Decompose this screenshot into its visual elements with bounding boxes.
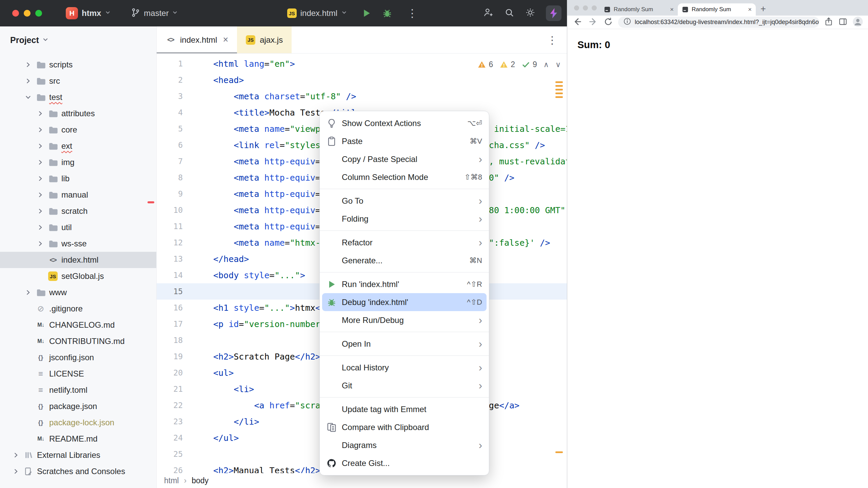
ok-badge[interactable]: 9 [521, 60, 537, 69]
site-info-icon[interactable] [623, 17, 631, 27]
debug-button[interactable] [382, 8, 393, 19]
tree-item-changelog-md[interactable]: M↓CHANGELOG.md [0, 317, 156, 333]
run-configuration-selector[interactable]: JS index.html [287, 8, 347, 18]
weak-warnings-badge[interactable]: 2 [499, 60, 515, 69]
tree-item-www[interactable]: www [0, 284, 156, 301]
chevron-right-icon[interactable] [10, 468, 22, 475]
close-icon[interactable]: × [748, 6, 752, 13]
chevron-right-icon[interactable] [10, 451, 22, 459]
menu-item-git[interactable]: Git› [320, 377, 489, 394]
scrollbar-warning-mark[interactable] [555, 96, 563, 98]
tree-item-core[interactable]: core [0, 122, 156, 138]
chevron-right-icon[interactable] [34, 175, 46, 182]
side-panel-icon[interactable] [838, 17, 848, 28]
tab-ajax-js[interactable]: JS ajax.js [237, 26, 292, 53]
tab-options-kebab-icon[interactable]: ⋮ [547, 35, 557, 45]
menu-item-create-gist[interactable]: Create Gist... [320, 454, 489, 472]
menu-item-refactor[interactable]: Refactor› [320, 233, 489, 251]
zoom-window-button[interactable] [35, 10, 42, 17]
tree-item-scratch[interactable]: scratch [0, 203, 156, 219]
inspections-widget[interactable]: 6 2 9 ∧ ∨ [477, 60, 561, 69]
settings-gear-icon[interactable] [525, 7, 536, 19]
vcs-branch-widget[interactable]: master [131, 7, 178, 19]
menu-item-run-index-html[interactable]: Run 'index.html'^⇧R [320, 275, 489, 293]
tree-item-util[interactable]: util [0, 219, 156, 236]
scrollbar-warning-mark[interactable] [555, 93, 563, 94]
menu-item-local-history[interactable]: Local History› [320, 359, 489, 377]
chevron-right-icon[interactable] [34, 110, 46, 117]
chevron-right-icon[interactable] [34, 191, 46, 199]
chevron-right-icon[interactable] [22, 289, 34, 296]
tree-item-contributing-md[interactable]: M↓CONTRIBUTING.md [0, 333, 156, 349]
tree-item-jsconfig-json[interactable]: {}jsconfig.json [0, 349, 156, 366]
tree-item-scripts[interactable]: scripts [0, 57, 156, 73]
address-bar[interactable]: localhost:63342/debug-livestream/index.h… [618, 17, 819, 28]
reload-icon[interactable] [603, 17, 613, 28]
chevron-right-icon[interactable] [34, 207, 46, 215]
menu-item-diagrams[interactable]: Diagrams› [320, 436, 489, 454]
tree-item-attributes[interactable]: attributes [0, 105, 156, 122]
tree-item-lib[interactable]: lib [0, 170, 156, 187]
tree-item-ws-sse[interactable]: ws-sse [0, 236, 156, 252]
back-icon[interactable] [572, 16, 583, 28]
menu-item-go-to[interactable]: Go To› [320, 192, 489, 210]
tree-item-manual[interactable]: manual [0, 187, 156, 203]
tree-item-setglobal-js[interactable]: JSsetGlobal.js [0, 268, 156, 284]
forward-icon[interactable] [588, 16, 598, 28]
scrollbar-warning-mark[interactable] [555, 81, 563, 83]
next-problem-arrow-icon[interactable]: ∨ [555, 60, 561, 69]
menu-item-folding[interactable]: Folding› [320, 210, 489, 228]
menu-item-compare-with-clipboard[interactable]: Compare with Clipboard [320, 418, 489, 436]
chevron-right-icon[interactable] [34, 240, 46, 247]
menu-item-copy-paste-special[interactable]: Copy / Paste Special› [320, 150, 489, 168]
scrollbar-warning-mark[interactable] [555, 89, 563, 90]
minimize-window-button[interactable] [24, 10, 31, 17]
chevron-right-icon[interactable] [34, 142, 46, 150]
close-window-button[interactable] [574, 5, 579, 11]
zoom-window-button[interactable] [592, 5, 597, 11]
tree-item-external-libraries[interactable]: External Libraries [0, 447, 156, 463]
menu-item-open-in[interactable]: Open In› [320, 335, 489, 353]
menu-item-paste[interactable]: Paste⌘V [320, 132, 489, 150]
more-run-options-kebab-icon[interactable]: ⋮ [407, 8, 418, 19]
tree-item-package-lock-json[interactable]: {}package-lock.json [0, 414, 156, 431]
close-icon[interactable]: × [670, 6, 674, 13]
project-panel-header[interactable]: Project [10, 33, 49, 47]
chevron-right-icon[interactable] [34, 224, 46, 231]
previous-problem-arrow-icon[interactable]: ∧ [544, 60, 549, 69]
menu-item-generate[interactable]: Generate...⌘N [320, 251, 489, 269]
code-line-2[interactable]: 2<head> [157, 72, 567, 88]
menu-item-update-tag-with-emmet[interactable]: Update tag with Emmet [320, 400, 489, 418]
minimize-window-button[interactable] [583, 5, 588, 11]
project-widget[interactable]: H htmx [66, 7, 111, 19]
tab-index-html[interactable]: <> index.html × [157, 26, 237, 53]
close-icon[interactable]: × [223, 35, 228, 44]
tree-item-package-json[interactable]: {}package.json [0, 398, 156, 414]
menu-item-column-selection-mode[interactable]: Column Selection Mode⇧⌘8 [320, 168, 489, 186]
share-icon[interactable] [824, 17, 833, 28]
menu-item-debug-index-html[interactable]: Debug 'index.html'^⇧D [322, 293, 487, 311]
tree-item-test[interactable]: test [0, 89, 156, 105]
code-line-3[interactable]: 3 <meta charset="utf-8" /> [157, 88, 567, 104]
run-button[interactable] [361, 8, 372, 18]
chevron-right-icon[interactable] [34, 159, 46, 166]
tree-item-netlify-toml[interactable]: ≡netlify.toml [0, 382, 156, 398]
browser-tab-1[interactable]: Randomly Sum × [600, 3, 678, 16]
chevron-right-icon[interactable] [22, 61, 34, 68]
browser-tab-2[interactable]: Randomly Sum × [678, 3, 756, 16]
breadcrumb-html[interactable]: html [164, 476, 179, 485]
scrollbar-warning-mark[interactable] [555, 85, 563, 87]
tree-item-img[interactable]: img [0, 154, 156, 170]
tree-item-scratches-and-consoles[interactable]: Scratches and Consoles [0, 463, 156, 480]
code-with-me-add-user-icon[interactable] [483, 7, 494, 19]
tree-item-ext[interactable]: ext [0, 138, 156, 154]
warnings-badge[interactable]: 6 [477, 60, 493, 69]
tree-item-src[interactable]: src [0, 73, 156, 89]
breadcrumb-body[interactable]: body [192, 476, 209, 485]
tree-item-index-html[interactable]: <>index.html [0, 252, 156, 268]
tree-item-gitignore[interactable]: ⊘.gitignore [0, 301, 156, 317]
chevron-down-icon[interactable] [22, 94, 34, 101]
tree-item-license[interactable]: ≡LICENSE [0, 366, 156, 382]
search-icon[interactable] [504, 7, 515, 19]
ai-assistant-icon[interactable] [546, 5, 561, 21]
